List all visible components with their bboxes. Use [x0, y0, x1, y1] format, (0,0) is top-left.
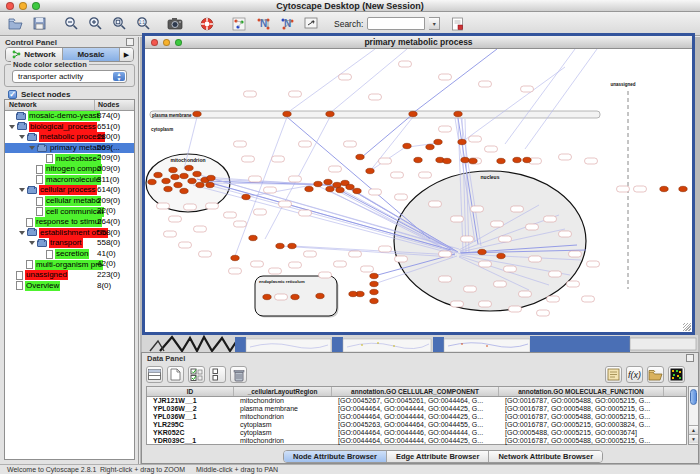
node-label-oval[interactable] — [299, 141, 312, 147]
network-node[interactable] — [180, 188, 188, 193]
compartment-nucleus[interactable] — [394, 171, 586, 311]
search-input[interactable] — [367, 17, 425, 30]
vizmapper-icon[interactable] — [230, 15, 248, 33]
node-label-oval[interactable] — [275, 294, 288, 300]
unselect-attributes-icon[interactable] — [209, 366, 226, 383]
node-label-oval[interactable] — [334, 261, 347, 267]
resize-grip-icon[interactable] — [683, 323, 691, 331]
node-label-oval[interactable] — [429, 201, 442, 207]
node-label-oval[interactable] — [544, 216, 557, 222]
tree-row-nucleobase-[interactable]: nucleobase-209(0) — [5, 153, 134, 164]
network-node[interactable] — [366, 168, 374, 173]
network-node[interactable] — [513, 157, 521, 162]
network-node[interactable] — [660, 186, 668, 191]
network-node[interactable] — [443, 158, 451, 163]
network-node[interactable] — [206, 182, 214, 187]
node-label-oval[interactable] — [379, 246, 392, 252]
network-node[interactable] — [370, 281, 378, 286]
node-label-oval[interactable] — [184, 204, 197, 210]
column-header-3[interactable]: annotation.GO MOLECULAR_FUNCTION — [499, 387, 664, 396]
network-node[interactable] — [679, 186, 687, 191]
network-node[interactable] — [263, 294, 271, 299]
network-node[interactable] — [291, 294, 299, 299]
tab-node-attribute-browser[interactable]: Node Attribute Browser — [284, 451, 387, 462]
node-label-oval[interactable] — [567, 281, 580, 287]
table-row[interactable]: YKR052Ccytoplasm[GO:0044464, GO:0044446,… — [147, 429, 686, 437]
tab-edge-attribute-browser[interactable]: Edge Attribute Browser — [387, 451, 489, 462]
advanced-search-icon[interactable] — [448, 15, 466, 33]
network-node[interactable] — [370, 273, 378, 278]
node-label-oval[interactable] — [319, 272, 332, 278]
network-node[interactable] — [231, 255, 239, 260]
node-label-oval[interactable] — [399, 61, 412, 67]
background-windows-strip[interactable] — [142, 335, 698, 352]
node-label-oval[interactable] — [251, 261, 264, 267]
node-label-oval[interactable] — [379, 158, 392, 164]
node-label-oval[interactable] — [249, 176, 262, 182]
node-label-oval[interactable] — [485, 146, 498, 152]
network-node[interactable] — [403, 143, 411, 148]
network-node[interactable] — [333, 182, 341, 187]
node-label-oval[interactable] — [479, 81, 492, 87]
attribute-table[interactable]: ID_cellularLayoutRegionannotation.GO CEL… — [146, 386, 687, 445]
help-icon[interactable] — [198, 15, 216, 33]
node-label-oval[interactable] — [585, 158, 598, 164]
float-panel-icon[interactable] — [126, 38, 134, 46]
node-label-oval[interactable] — [504, 266, 517, 272]
node-label-oval[interactable] — [511, 206, 524, 212]
network-node[interactable] — [523, 157, 531, 162]
search-dropdown-arrow-icon[interactable]: ▾ — [429, 17, 440, 30]
network-node[interactable] — [461, 157, 469, 162]
network-node[interactable] — [148, 179, 156, 184]
node-label-oval[interactable] — [391, 172, 404, 178]
column-header-2[interactable]: annotation.GO CELLULAR_COMPONENT — [332, 387, 499, 396]
node-label-oval[interactable] — [279, 201, 292, 207]
node-label-oval[interactable] — [451, 301, 464, 307]
node-label-oval[interactable] — [395, 256, 408, 262]
tree-row-biological-process[interactable]: biological_process651(0) — [5, 122, 134, 133]
scroll-down-icon[interactable]: ▼ — [689, 434, 698, 443]
node-label-oval[interactable] — [491, 221, 504, 227]
node-label-oval[interactable] — [179, 242, 192, 248]
node-label-oval[interactable] — [329, 166, 342, 172]
table-row[interactable]: YJR121W__1mitochondrion[GO:0045267, GO:0… — [147, 397, 686, 405]
network-edge[interactable] — [362, 114, 413, 157]
network-edge[interactable] — [330, 49, 407, 113]
network-node[interactable] — [497, 158, 505, 163]
node-label-oval[interactable] — [272, 156, 285, 162]
network-node[interactable] — [249, 235, 257, 240]
zoom-in-icon[interactable] — [86, 15, 104, 33]
network-node[interactable] — [207, 175, 215, 180]
node-label-oval[interactable] — [617, 186, 630, 192]
node-label-oval[interactable] — [494, 281, 507, 287]
node-label-oval[interactable] — [157, 203, 170, 209]
node-label-oval[interactable] — [264, 187, 277, 193]
network-edge[interactable] — [525, 49, 597, 149]
node-label-oval[interactable] — [199, 251, 212, 257]
tree-row-cellular-process[interactable]: cellular process614(0) — [5, 185, 134, 196]
node-label-oval[interactable] — [519, 291, 532, 297]
tree-row-multi-organism-pro[interactable]: multi-organism pro42(0) — [5, 259, 134, 270]
node-label-oval[interactable] — [479, 301, 492, 307]
network-node[interactable] — [154, 172, 162, 177]
function-builder-icon[interactable]: f(x) — [626, 366, 643, 383]
layout-network-icon[interactable]: N — [254, 15, 272, 33]
tree-row-nitrogen-compo[interactable]: nitrogen compo209(0) — [5, 164, 134, 175]
tree-row-cell-communicat[interactable]: cell communicat22(0) — [5, 206, 134, 217]
network-node[interactable] — [185, 165, 193, 170]
tab-network-attribute-browser[interactable]: Network Attribute Browser — [489, 451, 602, 462]
tree-row-metabolic-process[interactable]: metabolic process280(0) — [5, 132, 134, 143]
expand-triangle-icon[interactable] — [19, 231, 25, 235]
scrollbar-thumb[interactable] — [690, 389, 697, 405]
column-header-id[interactable]: ID — [147, 387, 234, 396]
node-label-oval[interactable] — [547, 296, 560, 302]
attribute-table-header[interactable]: ID_cellularLayoutRegionannotation.GO CEL… — [147, 387, 686, 397]
node-label-oval[interactable] — [229, 268, 242, 274]
network-node[interactable] — [188, 178, 196, 183]
node-label-oval[interactable] — [439, 126, 452, 132]
node-label-oval[interactable] — [164, 231, 177, 237]
node-label-oval[interactable] — [499, 236, 512, 242]
network-node[interactable] — [326, 186, 334, 191]
network-node[interactable] — [326, 111, 334, 116]
tree-row-transport[interactable]: transport558(0) — [5, 238, 134, 249]
